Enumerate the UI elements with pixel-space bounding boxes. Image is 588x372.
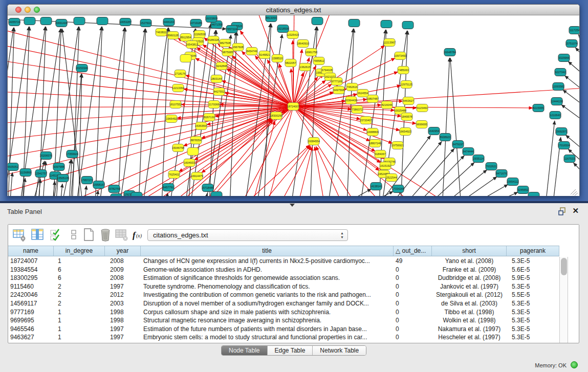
table-cell[interactable]: 5.9E-5: [507, 274, 559, 282]
table-cell[interactable]: Estimation of significance thresholds fo…: [141, 274, 394, 282]
network-edge[interactable]: [315, 147, 327, 196]
network-edge[interactable]: [574, 163, 579, 192]
network-node[interactable]: [24, 17, 35, 25]
column-header-pagerank[interactable]: pagerank: [507, 246, 559, 256]
table-cell[interactable]: 1997: [105, 333, 141, 342]
network-edge[interactable]: [272, 146, 311, 196]
network-node[interactable]: 16914479: [191, 172, 203, 180]
network-node[interactable]: [187, 148, 199, 156]
table-row[interactable]: 1938455462009Genome-wide association stu…: [8, 266, 559, 274]
table-cell[interactable]: Corpus callosum shape and size in male p…: [141, 308, 394, 317]
network-node[interactable]: 6479197: [452, 141, 464, 148]
table-cell[interactable]: 0: [394, 308, 432, 317]
network-node[interactable]: 18807249: [369, 140, 381, 147]
network-node[interactable]: 15718485: [202, 184, 214, 192]
function-builder-icon[interactable]: f (x): [131, 228, 145, 242]
network-node[interactable]: 18300295: [270, 112, 282, 120]
network-node[interactable]: 1362615: [299, 63, 311, 71]
network-node[interactable]: 16782759: [108, 185, 120, 193]
network-node[interactable]: 3624554: [357, 90, 368, 97]
table-row[interactable]: 977716911998Corpus callosum shape and si…: [8, 308, 559, 317]
network-node[interactable]: 2935114: [473, 155, 484, 163]
network-node[interactable]: 10688809: [366, 128, 379, 136]
network-node[interactable]: 17334269: [392, 185, 404, 193]
network-node[interactable]: [211, 192, 222, 196]
network-edge[interactable]: [100, 119, 272, 196]
tab-edge-table[interactable]: Edge Table: [268, 346, 313, 355]
network-node[interactable]: 10653287: [119, 18, 132, 26]
network-node[interactable]: 10973493: [394, 52, 406, 60]
table-cell[interactable]: 18300295: [8, 274, 54, 282]
network-node[interactable]: 18107552: [169, 101, 182, 108]
network-node[interactable]: 12975125: [400, 81, 412, 89]
table-cell[interactable]: 1997: [105, 282, 141, 291]
table-row[interactable]: 911546021997Tourette syndrome. Phenomeno…: [8, 282, 559, 291]
table-cell[interactable]: 9699695: [8, 316, 54, 325]
network-node[interactable]: [528, 192, 539, 196]
table-cell[interactable]: 1: [54, 257, 105, 266]
table-cell[interactable]: Wolkin et al. (1998): [432, 316, 507, 325]
network-edge[interactable]: [326, 29, 353, 196]
table-cell[interactable]: Genome-wide association studies in ADHD.: [141, 266, 394, 274]
table-cell[interactable]: 9777169: [8, 308, 54, 317]
network-edge[interactable]: [118, 28, 125, 196]
table-cell[interactable]: Tourette syndrome. Phenomenology and cla…: [141, 282, 394, 291]
new-table-icon[interactable]: [82, 228, 96, 242]
network-node[interactable]: 2803144: [211, 75, 222, 83]
show-columns-icon[interactable]: [31, 228, 45, 242]
table-cell[interactable]: Tibbo et al. (1998): [432, 308, 507, 317]
network-node[interactable]: 9699695: [416, 121, 427, 128]
network-node[interactable]: 7625402: [168, 171, 180, 179]
network-node[interactable]: [312, 17, 323, 25]
table-cell[interactable]: 5.3E-5: [507, 282, 559, 291]
network-node[interactable]: 9875685: [222, 49, 233, 56]
network-node[interactable]: 13505135: [57, 174, 69, 182]
table-cell[interactable]: 0: [394, 325, 432, 334]
network-node[interactable]: 18640910: [297, 40, 309, 48]
network-node[interactable]: 8878354: [190, 137, 202, 144]
table-cell[interactable]: 1998: [105, 316, 141, 325]
column-header-short[interactable]: short: [432, 246, 507, 256]
table-cell[interactable]: Disruption of a novel member of a sodium…: [141, 299, 394, 308]
table-cell[interactable]: 5.3E-5: [507, 333, 559, 342]
network-edge[interactable]: [544, 121, 555, 196]
network-node[interactable]: 8267130: [204, 114, 215, 121]
network-edge[interactable]: [183, 24, 210, 196]
column-header-title[interactable]: title: [141, 246, 394, 256]
network-node[interactable]: 9463627: [403, 97, 414, 105]
network-node[interactable]: 10958167: [93, 181, 105, 189]
resize-grip-icon[interactable]: [575, 193, 578, 195]
table-cell[interactable]: 1: [54, 325, 105, 334]
table-cell[interactable]: 2: [54, 291, 105, 299]
scrollbar-thumb[interactable]: [561, 258, 567, 275]
table-cell[interactable]: 0: [394, 291, 432, 299]
network-node[interactable]: 2967608: [232, 43, 244, 51]
delete-table-icon[interactable]: [115, 228, 129, 242]
network-node[interactable]: 1527602: [140, 19, 151, 27]
table-cell[interactable]: 6: [54, 266, 105, 274]
table-cell[interactable]: 49: [394, 257, 432, 266]
table-cell[interactable]: 5.3E-5: [507, 299, 559, 308]
network-node[interactable]: 8215955: [533, 104, 544, 112]
table-row[interactable]: 1456911722003Disruption of a novel membe…: [8, 299, 559, 308]
network-node[interactable]: 9146821: [259, 51, 270, 59]
table-cell[interactable]: 2008: [105, 274, 141, 282]
network-edge[interactable]: [242, 51, 293, 106]
table-cell[interactable]: Nakamura et al. (1997): [432, 325, 507, 334]
network-edge[interactable]: [161, 28, 169, 196]
network-node[interactable]: [131, 192, 142, 196]
network-node[interactable]: [180, 55, 191, 62]
network-node[interactable]: 7955812: [313, 57, 324, 65]
network-node[interactable]: 19756921: [391, 142, 404, 149]
network-node[interactable]: 18724007: [287, 103, 299, 111]
network-node[interactable]: 1849578: [401, 113, 412, 121]
table-row[interactable]: 2242004622012Investigating the contribut…: [8, 291, 559, 299]
network-node[interactable]: 8813054: [266, 15, 277, 22]
network-node[interactable]: 17359924: [66, 150, 78, 158]
row-height-icon[interactable]: [67, 228, 81, 242]
network-node[interactable]: 12325419: [287, 31, 299, 39]
network-node[interactable]: 14055724: [8, 18, 20, 26]
network-node[interactable]: 9115460: [417, 104, 428, 112]
network-node[interactable]: 9457791: [163, 184, 174, 191]
close-panel-icon[interactable]: ✕: [572, 206, 579, 215]
